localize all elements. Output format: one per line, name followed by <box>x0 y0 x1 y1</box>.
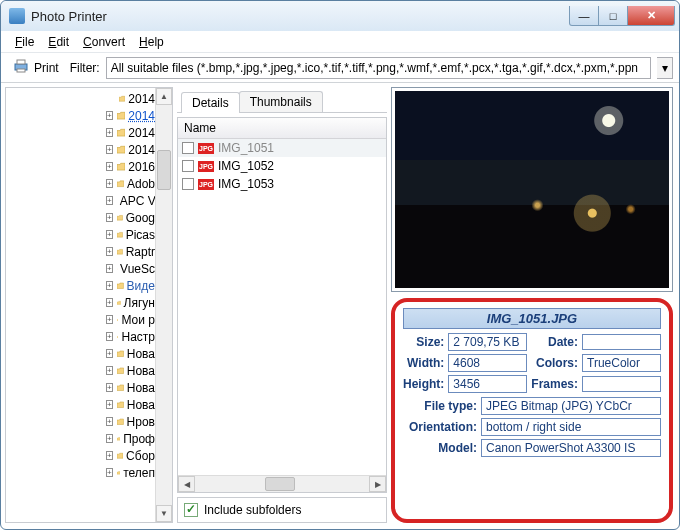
tree-item[interactable]: +Нова <box>6 396 155 413</box>
tree-item[interactable]: +Goog <box>6 209 155 226</box>
file-checkbox[interactable] <box>182 142 194 154</box>
expander-icon[interactable]: + <box>106 383 113 392</box>
expander-icon[interactable]: + <box>106 332 113 341</box>
tree-item[interactable]: +телеп <box>6 464 155 481</box>
menu-file[interactable]: File <box>9 33 40 50</box>
tree-item[interactable]: +Нова <box>6 362 155 379</box>
tree-item[interactable]: +Проф <box>6 430 155 447</box>
tree-item[interactable]: +2014 <box>6 107 155 124</box>
minimize-button[interactable]: — <box>569 6 599 26</box>
close-button[interactable]: ✕ <box>627 6 675 26</box>
expander-icon[interactable]: + <box>106 230 113 239</box>
expander-icon[interactable]: + <box>106 128 113 137</box>
tree-item[interactable]: +Мои р <box>6 311 155 328</box>
tab-thumbnails[interactable]: Thumbnails <box>239 91 323 112</box>
tab-details[interactable]: Details <box>181 92 240 113</box>
expander-icon[interactable]: + <box>106 281 113 290</box>
menu-convert[interactable]: Convert <box>77 33 131 50</box>
expander-icon[interactable]: + <box>106 213 113 222</box>
expander-icon[interactable]: + <box>106 434 113 443</box>
expander-icon[interactable]: + <box>106 162 113 171</box>
expander-icon[interactable]: + <box>106 179 113 188</box>
tree-item[interactable]: 2014 <box>6 90 155 107</box>
expander-icon[interactable]: + <box>106 196 113 205</box>
expander-icon[interactable]: + <box>106 451 113 460</box>
tree-scroll[interactable]: 2014+2014+2014+2014+2016+Adob+APC V+Goog… <box>6 88 155 522</box>
tree-item-label: 2014 <box>128 126 155 140</box>
tree-item[interactable]: +Нова <box>6 345 155 362</box>
tree-item[interactable]: +Adob <box>6 175 155 192</box>
filter-input[interactable] <box>106 57 651 79</box>
tree-item[interactable]: +Нова <box>6 379 155 396</box>
maximize-button[interactable]: □ <box>598 6 628 26</box>
file-list-horizontal-scrollbar[interactable]: ◀ ▶ <box>178 475 386 492</box>
scroll-up-arrow[interactable]: ▲ <box>156 88 172 105</box>
tree-item-label: Нров <box>127 415 155 429</box>
tree-item[interactable]: +2014 <box>6 124 155 141</box>
tree-item-label: Нова <box>127 381 155 395</box>
scroll-left-arrow[interactable]: ◀ <box>178 476 195 492</box>
expander-icon[interactable]: + <box>106 298 113 307</box>
jpg-icon: JPG <box>198 179 214 190</box>
window-controls: — □ ✕ <box>570 6 675 26</box>
scroll-down-arrow[interactable]: ▼ <box>156 505 172 522</box>
h-scroll-thumb[interactable] <box>265 477 295 491</box>
tree-item[interactable]: +Нров <box>6 413 155 430</box>
tree-item-label: Нова <box>127 364 155 378</box>
menu-edit[interactable]: Edit <box>42 33 75 50</box>
tree-item-label: Picas <box>126 228 155 242</box>
expander-icon[interactable]: + <box>106 400 113 409</box>
expander-icon[interactable]: + <box>106 247 113 256</box>
jpg-icon: JPG <box>198 143 214 154</box>
tree-item[interactable]: +2016 <box>6 158 155 175</box>
print-label: Print <box>34 61 59 75</box>
tree-item[interactable]: +Настр <box>6 328 155 345</box>
tree-item[interactable]: +Raptr <box>6 243 155 260</box>
tree-item-label: Нова <box>127 398 155 412</box>
print-button[interactable]: Print <box>7 54 64 81</box>
file-row[interactable]: JPGIMG_1051 <box>178 139 386 157</box>
expander-icon[interactable]: + <box>106 468 113 477</box>
expander-icon[interactable]: + <box>106 417 113 426</box>
filter-dropdown-button[interactable]: ▾ <box>657 57 673 79</box>
file-list-body[interactable]: JPGIMG_1051JPGIMG_1052JPGIMG_1053 <box>178 139 386 475</box>
label-colors: Colors: <box>531 356 578 370</box>
file-name: IMG_1052 <box>218 159 274 173</box>
tree-item[interactable]: +VueSc <box>6 260 155 277</box>
tree-item[interactable]: +Виде <box>6 277 155 294</box>
tree-item[interactable]: +APC V <box>6 192 155 209</box>
label-height: Height: <box>403 377 444 391</box>
value-date <box>582 334 661 350</box>
scroll-right-arrow[interactable]: ▶ <box>369 476 386 492</box>
tree-item[interactable]: +2014 <box>6 141 155 158</box>
expander-icon[interactable]: + <box>106 145 113 154</box>
scroll-track[interactable] <box>156 105 172 505</box>
file-row[interactable]: JPGIMG_1053 <box>178 175 386 193</box>
tree-item-label: Goog <box>126 211 155 225</box>
scroll-thumb[interactable] <box>157 150 171 190</box>
menu-help[interactable]: Help <box>133 33 170 50</box>
tree-item[interactable]: +Picas <box>6 226 155 243</box>
expander-icon[interactable]: + <box>106 264 113 273</box>
expander-icon[interactable]: + <box>106 315 113 324</box>
file-checkbox[interactable] <box>182 160 194 172</box>
expander-icon[interactable]: + <box>106 111 113 120</box>
expander-icon[interactable]: + <box>106 349 113 358</box>
tree-item-label: Сбор <box>126 449 155 463</box>
include-subfolders-checkbox[interactable] <box>184 503 198 517</box>
tree-item[interactable]: +Лягун <box>6 294 155 311</box>
tree-vertical-scrollbar[interactable]: ▲ ▼ <box>155 88 172 522</box>
titlebar: Photo Printer — □ ✕ <box>1 1 679 31</box>
tree-item-label: Лягун <box>124 296 155 310</box>
value-model: Canon PowerShot A3300 IS <box>481 439 661 457</box>
file-row[interactable]: JPGIMG_1052 <box>178 157 386 175</box>
tree-item-label: Виде <box>127 279 155 293</box>
info-grid: Size: 2 709,75 KB Date: Width: 4608 Colo… <box>403 333 661 393</box>
svg-rect-2 <box>17 69 25 72</box>
tree-item[interactable]: +Сбор <box>6 447 155 464</box>
tree-item-label: 2014 <box>128 143 155 157</box>
menubar: File Edit Convert Help <box>1 31 679 53</box>
expander-icon[interactable]: + <box>106 366 113 375</box>
file-checkbox[interactable] <box>182 178 194 190</box>
column-header-name[interactable]: Name <box>178 118 386 139</box>
